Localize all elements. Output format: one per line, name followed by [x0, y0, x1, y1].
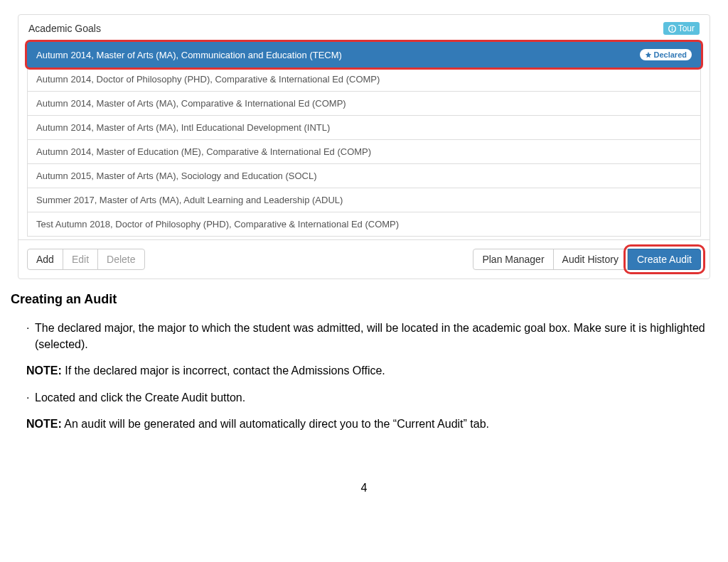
- goal-label: Autumn 2014, Master of Arts (MA), Commun…: [36, 50, 342, 60]
- plan-manager-button[interactable]: Plan Manager: [473, 249, 553, 270]
- tour-button[interactable]: Tour: [663, 22, 700, 35]
- note-text-2: An audit will be generated and will auto…: [62, 418, 489, 430]
- bullet-dot: ·: [26, 320, 29, 352]
- info-icon: [668, 25, 676, 33]
- bullet-text-2: Located and click the Create Audit butto…: [35, 389, 245, 406]
- goal-label: Autumn 2014, Master of Education (ME), C…: [36, 146, 371, 157]
- goal-row[interactable]: Autumn 2014, Master of Arts (MA), Compar…: [27, 92, 701, 116]
- academic-goals-panel: Academic Goals Tour Autumn 2014, Master …: [18, 14, 710, 279]
- panel-footer: Add Edit Delete Plan Manager Audit Histo…: [18, 239, 710, 279]
- star-icon: [645, 51, 652, 58]
- bullet-item-1: · The declared major, the major to which…: [26, 320, 717, 352]
- note-line-1: NOTE: If the declared major is incorrect…: [26, 362, 717, 379]
- left-button-group: Add Edit Delete: [27, 249, 145, 270]
- note-label-2: NOTE:: [26, 418, 62, 430]
- right-button-group: Plan Manager Audit History Create Audit: [473, 249, 701, 270]
- page-number: 4: [11, 482, 717, 495]
- audit-history-button[interactable]: Audit History: [553, 249, 628, 270]
- bullet-item-2: · Located and click the Create Audit but…: [26, 389, 717, 406]
- doc-body: · The declared major, the major to which…: [11, 320, 717, 432]
- goal-row[interactable]: Summer 2017, Master of Arts (MA), Adult …: [27, 188, 701, 212]
- goal-row[interactable]: Autumn 2014, Doctor of Philosophy (PHD),…: [27, 67, 701, 92]
- goal-label: Autumn 2015, Master of Arts (MA), Sociol…: [36, 171, 317, 181]
- note-line-2: NOTE: An audit will be generated and wil…: [26, 416, 717, 432]
- declared-badge: Declared: [640, 49, 692, 60]
- goal-label: Autumn 2014, Master of Arts (MA), Intl E…: [36, 122, 330, 133]
- svg-rect-2: [671, 26, 672, 27]
- tour-label: Tour: [678, 23, 695, 33]
- goal-label: Autumn 2014, Doctor of Philosophy (PHD),…: [36, 74, 380, 85]
- note-text-1: If the declared major is incorrect, cont…: [62, 364, 385, 377]
- goal-label: Summer 2017, Master of Arts (MA), Adult …: [36, 195, 343, 205]
- svg-rect-1: [671, 28, 672, 30]
- goal-row[interactable]: Autumn 2014, Master of Education (ME), C…: [27, 140, 701, 164]
- delete-button[interactable]: Delete: [97, 249, 144, 270]
- goal-row[interactable]: Autumn 2014, Master of Arts (MA), Commun…: [27, 42, 701, 67]
- panel-header: Academic Goals Tour: [18, 15, 710, 42]
- create-audit-button[interactable]: Create Audit: [628, 249, 701, 270]
- create-audit-highlight: Create Audit: [628, 249, 701, 270]
- doc-heading: Creating an Audit: [11, 292, 717, 307]
- bullet-dot: ·: [26, 389, 29, 406]
- goal-label: Autumn 2014, Master of Arts (MA), Compar…: [36, 98, 346, 109]
- goal-row[interactable]: Autumn 2015, Master of Arts (MA), Sociol…: [27, 164, 701, 188]
- note-label-1: NOTE:: [26, 364, 62, 377]
- edit-button[interactable]: Edit: [63, 249, 98, 270]
- goal-label: Test Autumn 2018, Doctor of Philosophy (…: [36, 219, 399, 229]
- goal-row[interactable]: Autumn 2014, Master of Arts (MA), Intl E…: [27, 116, 701, 140]
- panel-title: Academic Goals: [28, 23, 101, 34]
- goal-row[interactable]: Test Autumn 2018, Doctor of Philosophy (…: [27, 212, 701, 237]
- bullet-text-1: The declared major, the major to which t…: [35, 320, 717, 352]
- add-button[interactable]: Add: [27, 249, 63, 270]
- declared-label: Declared: [654, 50, 687, 59]
- goal-list: Autumn 2014, Master of Arts (MA), Commun…: [18, 42, 710, 239]
